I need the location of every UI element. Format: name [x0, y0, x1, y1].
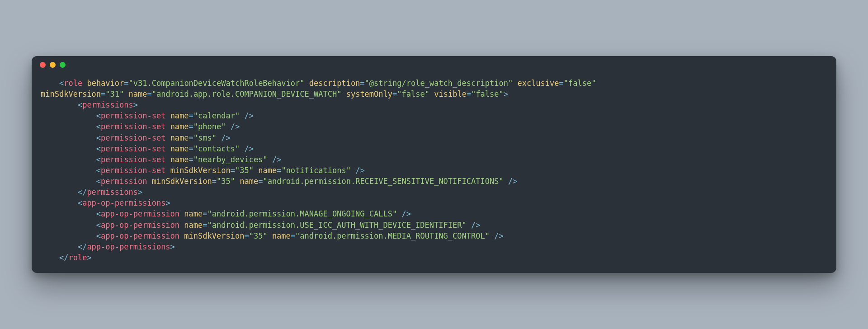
- code-line: <permission-set name="sms" />: [41, 133, 231, 142]
- code-line: <permissions>: [41, 100, 138, 109]
- code-line: </role>: [41, 253, 92, 262]
- code-line: <app-op-permission name="android.permiss…: [41, 221, 480, 230]
- code-line: <permission-set minSdkVersion="35" name=…: [41, 166, 365, 175]
- code-block: <role behavior="v31.CompanionDeviceWatch…: [32, 74, 836, 273]
- code-line: <permission-set name="phone" />: [41, 122, 240, 131]
- code-line: <permission minSdkVersion="35" name="and…: [41, 177, 517, 186]
- code-line: <role behavior="v31.CompanionDeviceWatch…: [41, 79, 596, 88]
- code-line: <app-op-permission minSdkVersion="35" na…: [41, 231, 504, 240]
- code-line: <permission-set name="nearby_devices" />: [41, 155, 281, 164]
- window-titlebar: [32, 56, 836, 74]
- code-line: minSdkVersion="31" name="android.app.rol…: [41, 89, 508, 99]
- code-line: </app-op-permissions>: [41, 242, 175, 251]
- page-canvas: <role behavior="v31.CompanionDeviceWatch…: [0, 0, 868, 329]
- code-line: <app-op-permission name="android.permiss…: [41, 209, 411, 218]
- code-line: <permission-set name="calendar" />: [41, 111, 254, 120]
- close-icon[interactable]: [40, 62, 46, 68]
- zoom-icon[interactable]: [60, 62, 66, 68]
- code-line: <permission-set name="contacts" />: [41, 144, 254, 153]
- code-window: <role behavior="v31.CompanionDeviceWatch…: [32, 56, 836, 273]
- code-line: <app-op-permissions>: [41, 198, 170, 207]
- minimize-icon[interactable]: [50, 62, 56, 68]
- code-line: </permissions>: [41, 188, 142, 197]
